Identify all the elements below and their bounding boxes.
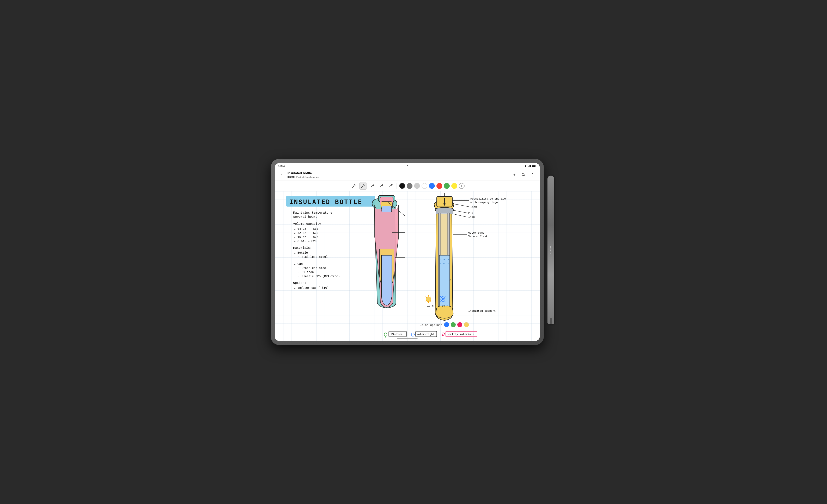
svg-text:• Silicon: • Silicon <box>298 271 314 274</box>
svg-text:24 h: 24 h <box>442 304 448 307</box>
svg-rect-3 <box>528 166 529 167</box>
stylus: Lenovo <box>547 176 554 324</box>
color-light-gray[interactable] <box>414 183 420 189</box>
svg-point-61 <box>426 297 431 301</box>
svg-text:Inox: Inox <box>468 215 475 219</box>
svg-point-10 <box>522 173 524 176</box>
svg-text:Outer case: Outer case <box>468 231 484 234</box>
svg-text:★  8 oz. – $20: ★ 8 oz. – $20 <box>294 240 317 243</box>
svg-point-88 <box>464 322 469 327</box>
svg-line-69 <box>426 301 426 302</box>
svg-point-85 <box>444 322 449 327</box>
color-add-button[interactable]: + <box>459 183 465 189</box>
svg-line-67 <box>431 301 431 302</box>
svg-text:12 h: 12 h <box>427 304 434 307</box>
signal-icon <box>528 165 531 167</box>
pen-tool-2[interactable] <box>359 182 367 189</box>
camera-dot <box>407 165 408 166</box>
search-button[interactable] <box>520 171 527 178</box>
home-indicator <box>397 338 418 339</box>
svg-line-47 <box>452 204 469 207</box>
color-black[interactable] <box>399 183 405 189</box>
svg-text:– Volume capacity:: – Volume capacity: <box>289 222 323 226</box>
svg-text:PP5: PP5 <box>468 212 473 215</box>
svg-text:• Stainless steel: • Stainless steel <box>298 255 328 259</box>
tablet-body: 12:34 <box>271 159 544 345</box>
color-red[interactable] <box>436 183 442 189</box>
subtitle-text: Product Specifications <box>296 176 319 178</box>
svg-point-87 <box>457 322 462 327</box>
pen-tool-1[interactable] <box>350 182 358 189</box>
status-time: 12:34 <box>278 165 285 168</box>
svg-text:Color options: Color options <box>420 324 442 327</box>
more-button[interactable]: ⋮ <box>529 171 536 178</box>
svg-text:• Stainless steel: • Stainless steel <box>298 267 328 270</box>
app-bar: ← Insulated bottle EN-US Product Specifi… <box>275 169 540 180</box>
status-icons <box>524 165 536 167</box>
svg-text:• Plastic PP5 (BPA-free): • Plastic PP5 (BPA-free) <box>298 275 340 278</box>
tablet-screen: 12:34 <box>275 163 540 341</box>
svg-text:with company logo: with company logo <box>470 201 498 204</box>
color-green[interactable] <box>444 183 450 189</box>
svg-line-49 <box>453 214 467 217</box>
svg-text:★ 16 oz. – $25: ★ 16 oz. – $25 <box>294 235 319 239</box>
note-svg: INSULATED BOTTLE – Maintains temperature… <box>275 191 540 341</box>
svg-point-86 <box>451 322 456 327</box>
svg-text:several hours: several hours <box>293 215 318 219</box>
svg-text:Possibility to engrave: Possibility to engrave <box>470 197 506 201</box>
svg-text:★ 64 oz. – $35: ★ 64 oz. – $35 <box>294 227 319 230</box>
svg-text:Healthy materials: Healthy materials <box>447 333 474 336</box>
stylus-brand-label: Lenovo <box>550 246 552 254</box>
search-icon <box>522 173 525 177</box>
svg-line-11 <box>524 175 525 176</box>
app-bar-title-area: Insulated bottle EN-US Product Specifica… <box>287 171 511 178</box>
svg-text:– Materials:: – Materials: <box>289 246 312 250</box>
svg-text:Insulated support: Insulated support <box>468 310 496 313</box>
svg-text:Inox: Inox <box>470 206 477 209</box>
pen-tool-3[interactable] <box>369 182 376 189</box>
lang-badge: EN-US <box>287 176 295 178</box>
status-bar: 12:34 <box>275 163 540 169</box>
svg-rect-34 <box>382 206 392 212</box>
color-yellow[interactable] <box>451 183 457 189</box>
svg-rect-5 <box>530 165 530 167</box>
svg-line-66 <box>426 296 426 297</box>
svg-line-68 <box>431 296 431 297</box>
svg-text:BPA-free: BPA-free <box>390 333 402 336</box>
color-gray[interactable] <box>407 183 412 189</box>
add-button[interactable]: + <box>511 171 518 178</box>
svg-text:INSULATED BOTTLE: INSULATED BOTTLE <box>289 198 362 206</box>
app-bar-actions: + ⋮ <box>511 171 536 178</box>
svg-rect-8 <box>536 166 536 167</box>
svg-text:Water-tight: Water-tight <box>417 333 434 336</box>
svg-rect-9 <box>532 165 535 167</box>
device-wrapper: 12:34 <box>271 159 556 345</box>
app-bar-title: Insulated bottle <box>287 171 511 175</box>
color-white[interactable] <box>422 183 427 189</box>
battery-icon <box>532 165 536 167</box>
svg-text:★ Can: ★ Can <box>294 262 303 266</box>
svg-text:Vacuum flask: Vacuum flask <box>468 235 488 238</box>
svg-rect-4 <box>529 166 530 167</box>
pen-tool-4[interactable] <box>378 182 385 189</box>
pen-tool-5[interactable] <box>387 182 394 189</box>
svg-text:★ 32 oz. – $30: ★ 32 oz. – $30 <box>294 231 319 235</box>
svg-line-12 <box>352 187 353 188</box>
canvas-area[interactable]: INSULATED BOTTLE – Maintains temperature… <box>275 191 540 341</box>
svg-line-48 <box>453 210 467 213</box>
svg-text:– Option:: – Option: <box>289 281 306 285</box>
svg-text:– Maintains temperature: – Maintains temperature <box>289 211 332 215</box>
svg-text:★ Infuser cap (+$10): ★ Infuser cap (+$10) <box>294 286 329 290</box>
svg-rect-6 <box>530 165 531 167</box>
back-button[interactable]: ← <box>278 171 286 178</box>
toolbar: + <box>275 180 540 191</box>
app-bar-subtitle: EN-US Product Specifications <box>287 176 511 178</box>
wifi-icon <box>524 165 527 167</box>
svg-text:★ Bottle: ★ Bottle <box>294 251 308 255</box>
color-blue[interactable] <box>429 183 435 189</box>
